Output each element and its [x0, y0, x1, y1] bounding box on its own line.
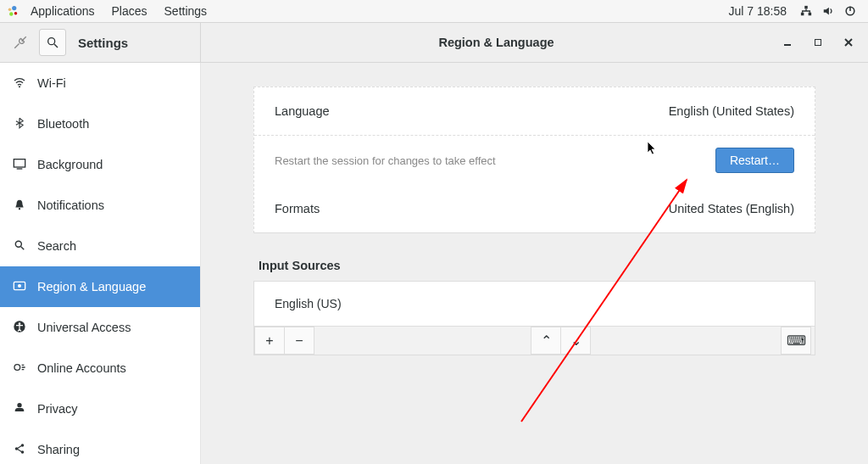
panel-clock[interactable]: Jul 7 18:58 — [721, 4, 796, 18]
accessibility-icon — [12, 320, 27, 336]
sidebar-item-privacy[interactable]: Privacy — [0, 389, 200, 429]
svg-rect-16 — [17, 168, 23, 169]
language-value: English (United States) — [669, 104, 794, 118]
sidebar-item-label: Region & Language — [37, 280, 146, 293]
svg-point-25 — [17, 403, 21, 407]
background-icon — [12, 158, 27, 172]
svg-rect-15 — [14, 159, 25, 166]
online-accounts-icon — [12, 361, 27, 377]
sidebar-item-label: Background — [37, 158, 103, 171]
svg-point-3 — [14, 12, 18, 15]
sidebar-item-label: Online Accounts — [37, 361, 126, 375]
svg-point-23 — [19, 322, 21, 325]
restart-button[interactable]: Restart… — [715, 148, 794, 173]
sidebar-item-label: Privacy — [37, 402, 78, 416]
svg-point-17 — [19, 208, 20, 210]
sidebar-item-label: Wi-Fi — [37, 76, 66, 90]
sidebar-item-label: Universal Access — [37, 321, 131, 334]
window-title: Region & Language — [211, 36, 782, 49]
svg-point-9 — [48, 38, 55, 45]
language-row[interactable]: Language English (United States) — [254, 87, 815, 135]
bell-icon — [12, 198, 27, 214]
input-source-label: English (US) — [275, 297, 342, 310]
input-sources-toolbar: + − ⌃ ⌄ ⌨ — [254, 326, 815, 355]
move-up-button[interactable]: ⌃ — [531, 327, 561, 355]
sidebar-item-region-language[interactable]: Region & Language — [0, 266, 200, 307]
add-source-button[interactable]: + — [254, 327, 285, 355]
window-maximize[interactable] — [812, 36, 824, 48]
search-button[interactable] — [39, 29, 66, 56]
svg-point-18 — [15, 241, 21, 247]
share-icon — [12, 442, 27, 458]
svg-point-2 — [9, 12, 13, 15]
svg-point-24 — [14, 364, 20, 370]
sidebar-item-bluetooth[interactable]: Bluetooth — [0, 103, 200, 144]
bluetooth-icon — [12, 116, 27, 132]
wrench-icon — [7, 29, 34, 56]
sidebar-item-label: Notifications — [37, 198, 104, 212]
power-icon[interactable] — [839, 5, 861, 17]
window-close[interactable] — [843, 36, 854, 48]
menu-places[interactable]: Places — [103, 4, 156, 18]
svg-point-14 — [19, 86, 20, 87]
menu-applications[interactable]: Applications — [22, 4, 103, 18]
sidebar-header-title: Settings — [78, 36, 128, 50]
gnome-logo-icon — [7, 5, 19, 17]
move-down-button[interactable]: ⌄ — [560, 327, 591, 355]
region-icon — [12, 280, 27, 294]
svg-line-19 — [21, 246, 25, 249]
svg-point-21 — [18, 284, 21, 288]
svg-rect-4 — [804, 6, 808, 9]
language-formats-panel: Language English (United States) Restart… — [253, 87, 815, 233]
settings-window: Settings Region & Language Wi-Fi — [0, 23, 868, 464]
sidebar-item-label: Bluetooth — [37, 117, 89, 131]
sidebar-item-label: Sharing — [37, 443, 80, 456]
settings-sidebar: Wi-Fi Bluetooth Background Notifications… — [0, 63, 201, 464]
formats-value: United States (English) — [669, 202, 794, 215]
restart-hint-row: Restart the session for changes to take … — [254, 135, 815, 185]
headerbar: Settings Region & Language — [0, 23, 868, 63]
wifi-icon — [12, 75, 27, 92]
svg-line-10 — [54, 44, 58, 48]
sidebar-item-universal-access[interactable]: Universal Access — [0, 307, 200, 348]
keyboard-layout-button[interactable]: ⌨ — [781, 327, 811, 355]
svg-rect-5 — [801, 13, 804, 16]
sidebar-item-online-accounts[interactable]: Online Accounts — [0, 348, 200, 389]
restart-hint-text: Restart the session for changes to take … — [275, 154, 715, 167]
gnome-top-panel: Applications Places Settings Jul 7 18:58 — [0, 0, 868, 23]
formats-label: Formats — [275, 202, 320, 215]
remove-source-button[interactable]: − — [284, 327, 314, 355]
window-minimize[interactable] — [782, 36, 793, 48]
privacy-icon — [12, 401, 27, 417]
language-label: Language — [275, 104, 330, 118]
sidebar-item-wifi[interactable]: Wi-Fi — [0, 63, 200, 103]
sidebar-item-notifications[interactable]: Notifications — [0, 185, 200, 226]
input-source-row[interactable]: English (US) — [254, 282, 815, 326]
sidebar-item-search[interactable]: Search — [0, 226, 200, 266]
network-icon[interactable] — [795, 5, 817, 17]
formats-row[interactable]: Formats United States (English) — [254, 185, 815, 232]
svg-point-0 — [12, 6, 16, 10]
sidebar-item-sharing[interactable]: Sharing — [0, 429, 200, 464]
svg-point-1 — [8, 8, 12, 12]
input-sources-panel: English (US) + − ⌃ ⌄ ⌨ — [253, 281, 815, 355]
sidebar-item-label: Search — [37, 239, 76, 253]
volume-icon[interactable] — [817, 5, 839, 17]
sidebar-item-background[interactable]: Background — [0, 144, 200, 185]
svg-rect-6 — [809, 13, 812, 16]
search-icon — [12, 239, 27, 254]
content-pane: Language English (United States) Restart… — [201, 63, 868, 464]
input-sources-title: Input Sources — [259, 259, 815, 272]
menu-settings[interactable]: Settings — [156, 4, 216, 18]
